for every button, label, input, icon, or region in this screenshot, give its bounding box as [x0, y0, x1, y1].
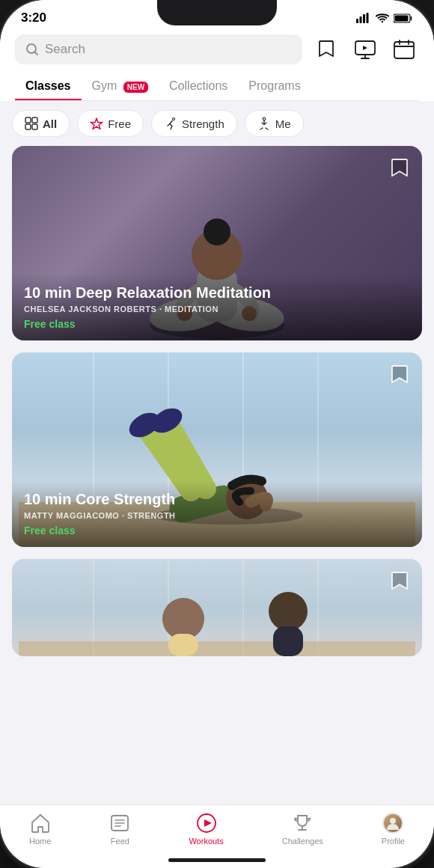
svg-point-28	[204, 218, 230, 245]
tab-collections[interactable]: Collections	[159, 72, 238, 100]
nav-challenges-label: Challenges	[282, 837, 323, 846]
profile-avatar-icon	[382, 813, 403, 834]
nav-challenges[interactable]: Challenges	[282, 813, 323, 846]
nav-profile[interactable]: Profile	[382, 813, 405, 846]
yoga-icon	[257, 117, 271, 130]
svg-rect-20	[32, 124, 37, 129]
card-subtitle-strength: MATTY MAGGIACOMO · STRENGTH	[24, 511, 410, 520]
tab-gym[interactable]: Gym NEW	[82, 72, 159, 100]
svg-point-21	[173, 118, 175, 120]
bookmark-icon	[318, 40, 334, 59]
signal-icon	[356, 13, 371, 23]
svg-rect-1	[360, 16, 362, 23]
header: Search	[0, 28, 434, 101]
card-image-third	[12, 559, 422, 656]
nav-workouts-label: Workouts	[189, 837, 223, 846]
card-title-meditation: 10 min Deep Relaxation Meditation	[24, 284, 410, 302]
filter-me[interactable]: Me	[245, 110, 304, 137]
card-strength[interactable]: 10 min Core Strength MATTY MAGGIACOMO · …	[12, 352, 422, 547]
feed-icon	[109, 813, 130, 834]
svg-point-4	[382, 21, 383, 22]
screen-play-icon	[355, 39, 376, 60]
nav-profile-label: Profile	[382, 837, 405, 846]
card-image-meditation: 10 min Deep Relaxation Meditation CHELSE…	[12, 146, 422, 340]
bookmark-header-icon[interactable]	[311, 34, 341, 64]
home-indicator	[168, 858, 266, 862]
status-time: 3:20	[21, 10, 46, 25]
svg-point-22	[263, 117, 266, 120]
tabs-row: Classes Gym NEW Collections Programs	[15, 72, 419, 101]
svg-point-60	[390, 818, 396, 824]
home-icon	[30, 813, 51, 834]
wifi-icon	[376, 13, 389, 23]
phone-screen: 3:20	[0, 0, 434, 868]
tab-classes[interactable]: Classes	[15, 72, 82, 100]
card-third[interactable]	[12, 559, 422, 656]
card-badge-strength: Free class	[24, 525, 410, 537]
phone-frame: 3:20	[0, 0, 434, 868]
nav-home[interactable]: Home	[29, 813, 51, 846]
notch	[157, 0, 277, 25]
card-subtitle-meditation: CHELSEA JACKSON ROBERTS · MEDITATION	[24, 305, 410, 314]
search-bar-row: Search	[15, 34, 419, 64]
tab-programs[interactable]: Programs	[238, 72, 311, 100]
svg-rect-0	[356, 19, 358, 23]
calendar-icon	[394, 39, 415, 60]
third-bg	[12, 559, 422, 656]
svg-point-50	[269, 592, 308, 631]
nav-workouts[interactable]: Workouts	[189, 813, 223, 846]
card-title-strength: 10 min Core Strength	[24, 491, 410, 508]
calendar-header-icon[interactable]	[389, 34, 419, 64]
workouts-icon	[196, 813, 217, 834]
svg-line-8	[35, 52, 38, 55]
svg-rect-2	[363, 14, 365, 23]
card-info-meditation: 10 min Deep Relaxation Meditation CHELSE…	[12, 274, 422, 340]
bookmark-card2-icon	[391, 364, 408, 385]
trophy-icon	[292, 813, 313, 834]
search-bar[interactable]: Search	[15, 34, 302, 64]
bookmark-card3[interactable]	[388, 569, 412, 593]
new-badge: NEW	[123, 82, 148, 93]
svg-marker-57	[204, 819, 212, 827]
svg-rect-3	[367, 13, 369, 23]
play-header-icon[interactable]	[350, 34, 380, 64]
battery-icon	[394, 13, 413, 23]
bookmark-card-icon	[391, 158, 408, 179]
svg-rect-13	[394, 42, 414, 58]
search-icon	[25, 43, 39, 56]
svg-rect-6	[395, 15, 409, 21]
bookmark-card3-icon	[391, 571, 408, 592]
grid-icon	[25, 117, 38, 130]
svg-point-48	[162, 598, 204, 640]
content-area: 10 min Deep Relaxation Meditation CHELSE…	[0, 146, 434, 804]
filter-row: All Free Strength	[0, 101, 434, 146]
svg-rect-19	[25, 124, 31, 129]
svg-rect-17	[25, 117, 31, 123]
nav-feed[interactable]: Feed	[109, 813, 130, 846]
nav-home-label: Home	[29, 837, 51, 846]
svg-marker-10	[363, 46, 367, 50]
svg-rect-51	[273, 626, 303, 656]
card-info-strength: 10 min Core Strength MATTY MAGGIACOMO · …	[12, 480, 422, 547]
nav-feed-label: Feed	[111, 837, 129, 846]
filter-strength[interactable]: Strength	[151, 110, 237, 137]
card-badge-meditation: Free class	[24, 318, 410, 330]
run-icon	[164, 117, 177, 130]
bookmark-card1[interactable]	[388, 156, 412, 180]
svg-rect-49	[168, 634, 198, 656]
card-meditation[interactable]: 10 min Deep Relaxation Meditation CHELSE…	[12, 146, 422, 340]
third-person	[12, 559, 422, 656]
star-icon	[90, 117, 103, 130]
bookmark-card2[interactable]	[388, 363, 412, 387]
svg-rect-18	[32, 117, 37, 123]
filter-free[interactable]: Free	[77, 110, 144, 137]
status-icons	[356, 13, 413, 23]
search-placeholder: Search	[45, 42, 85, 57]
card-image-strength: 10 min Core Strength MATTY MAGGIACOMO · …	[12, 352, 422, 547]
svg-rect-47	[19, 641, 415, 656]
filter-all[interactable]: All	[12, 110, 70, 137]
